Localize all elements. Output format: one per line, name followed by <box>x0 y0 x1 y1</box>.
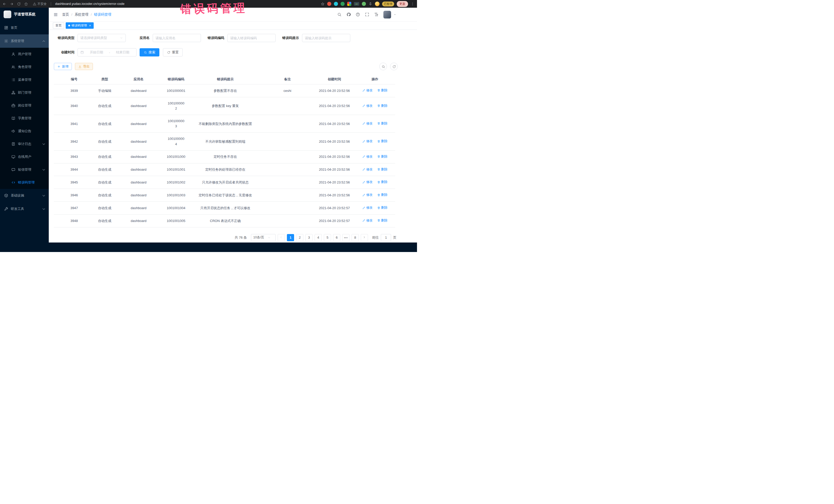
edit-link[interactable]: 修改 <box>363 205 373 210</box>
font-size-icon[interactable] <box>374 12 378 17</box>
sidebar-menu-item[interactable]: 系统管理 <box>0 35 49 48</box>
edit-link[interactable]: 修改 <box>363 154 373 159</box>
delete-link[interactable]: 删除 <box>377 167 388 172</box>
error-code-input[interactable] <box>230 36 273 40</box>
app-name-input[interactable] <box>155 36 198 40</box>
browser-home-icon[interactable] <box>24 2 28 6</box>
edit-link[interactable]: 修改 <box>363 88 373 93</box>
cell-hint: 不允许获取敏感配置到前端 <box>190 133 261 150</box>
edit-link[interactable]: 修改 <box>363 104 373 108</box>
page-button[interactable]: 8 <box>352 234 359 241</box>
hamburger-icon[interactable] <box>53 12 58 17</box>
delete-link[interactable]: 删除 <box>377 193 388 197</box>
sidebar-menu-item[interactable]: 研发工具 <box>0 202 49 216</box>
cell-time: 2021-04-20 23:52:56 <box>314 150 355 163</box>
pin-icon[interactable] <box>369 2 372 6</box>
add-button[interactable]: 新增 <box>54 63 72 70</box>
breadcrumb-item[interactable]: / 首页 <box>62 12 69 17</box>
edit-link[interactable]: 修改 <box>363 139 373 144</box>
page-tab[interactable]: 错误码管理 × <box>66 22 94 29</box>
sidebar-menu-item[interactable]: 通知公告 <box>0 125 49 137</box>
edit-link[interactable]: 修改 <box>363 121 373 126</box>
annotation-title: 错误码管理 <box>180 1 247 17</box>
page-button[interactable]: 6 <box>333 234 340 241</box>
page-button[interactable]: ••• <box>342 234 350 241</box>
delete-link[interactable]: 删除 <box>377 205 388 210</box>
extension-icon-on[interactable]: on <box>354 2 359 6</box>
toggle-search-button[interactable] <box>379 63 387 70</box>
sidebar-menu-item[interactable]: 基础设施 <box>0 189 49 202</box>
next-page-button[interactable] <box>361 234 368 241</box>
sidebar-menu-item[interactable]: 审计日志 <box>0 137 49 150</box>
search-icon[interactable] <box>337 12 342 17</box>
page-size-select[interactable]: 10条/页 <box>251 234 276 241</box>
cell-time: 2021-04-20 23:52:56 <box>314 84 355 97</box>
goto-page-input[interactable] <box>381 234 391 241</box>
browser-reload-icon[interactable] <box>17 2 21 6</box>
delete-link[interactable]: 删除 <box>377 180 388 184</box>
sidebar-menu-item[interactable]: 部门管理 <box>0 86 49 99</box>
table-row: 3948 自动生成 dashboard 1001001005 CRON 表达式不… <box>54 215 395 227</box>
error-type-select[interactable]: 请选择错误码类型 <box>78 34 126 42</box>
update-button[interactable]: 更新 <box>397 1 408 7</box>
delete-link[interactable]: 删除 <box>377 88 388 93</box>
delete-link[interactable]: 删除 <box>377 121 388 126</box>
refresh-table-button[interactable] <box>390 63 398 70</box>
app-logo[interactable]: 芋道管理系统 <box>0 8 49 21</box>
user-avatar[interactable] <box>383 11 391 19</box>
page-tab[interactable]: 首页 <box>53 22 64 29</box>
fullscreen-icon[interactable] <box>365 12 369 17</box>
reset-button[interactable]: 重置 <box>163 48 183 57</box>
edit-link-label: 修改 <box>366 205 373 210</box>
date-range-picker[interactable]: 开始日期 - 结束日期 <box>78 48 136 57</box>
extension-icon-green2[interactable] <box>362 2 366 6</box>
sidebar-menu-item[interactable]: 角色管理 <box>0 61 49 73</box>
sidebar-menu-item[interactable]: 菜单管理 <box>0 73 49 86</box>
breadcrumb-item[interactable]: / 错误码管理 <box>91 12 111 17</box>
help-icon[interactable] <box>356 12 360 17</box>
sidebar-menu-item[interactable]: 短信管理 <box>0 163 49 176</box>
tab-close-icon[interactable]: × <box>89 24 91 27</box>
page-button[interactable]: 4 <box>314 234 322 241</box>
sidebar-menu-item[interactable]: 用户管理 <box>0 48 49 61</box>
extension-icon-pinwheel[interactable] <box>347 2 351 6</box>
edit-link[interactable]: 修改 <box>363 193 373 197</box>
avatar-caret-icon[interactable] <box>393 13 396 16</box>
cell-app: dashboard <box>115 115 162 133</box>
sidebar-menu-item[interactable]: 错误码管理 <box>0 176 49 189</box>
extension-icon-teal[interactable] <box>334 2 338 6</box>
delete-link[interactable]: 删除 <box>377 104 388 108</box>
error-hint-input[interactable] <box>305 36 348 40</box>
breadcrumb-item[interactable]: / 系统管理 <box>71 12 89 17</box>
github-icon[interactable] <box>347 12 351 17</box>
page-button[interactable]: 2 <box>296 234 303 241</box>
browser-forward-icon[interactable] <box>10 2 14 6</box>
page-button[interactable]: 3 <box>305 234 312 241</box>
extension-icon-green[interactable] <box>341 2 345 6</box>
prev-page-button[interactable] <box>278 234 285 241</box>
sidebar-menu-item[interactable]: 岗位管理 <box>0 99 49 112</box>
delete-link[interactable]: 删除 <box>377 154 388 159</box>
export-button[interactable]: 导出 <box>75 63 93 70</box>
page-button[interactable]: 5 <box>324 234 331 241</box>
bookmark-star-icon[interactable] <box>321 2 325 6</box>
edit-link[interactable]: 修改 <box>363 167 373 172</box>
security-chip[interactable]: 不安全 <box>33 2 47 6</box>
profile-avatar[interactable] <box>375 2 379 6</box>
browser-back-icon[interactable] <box>3 2 6 6</box>
sidebar-menu-item[interactable]: 在线用户 <box>0 150 49 163</box>
browser-menu-icon[interactable] <box>411 2 414 6</box>
sidebar-menu-item[interactable]: 字典管理 <box>0 112 49 125</box>
cell-hint: 定时任务的处理器已经存在 <box>190 163 261 176</box>
delete-link[interactable]: 删除 <box>377 139 388 144</box>
logo-image <box>4 10 11 18</box>
address-url[interactable]: dashboard.yudao.iocoder.cn/system/error-… <box>55 2 125 6</box>
menu-item-icon <box>11 180 15 184</box>
extension-icon-red[interactable] <box>327 2 331 6</box>
edit-link[interactable]: 修改 <box>363 218 373 223</box>
search-button[interactable]: 搜索 <box>139 48 159 57</box>
edit-link[interactable]: 修改 <box>363 180 373 184</box>
sidebar-menu-item[interactable]: 首页 <box>0 21 49 35</box>
delete-link[interactable]: 删除 <box>377 218 388 223</box>
page-button[interactable]: 1 <box>287 234 294 241</box>
